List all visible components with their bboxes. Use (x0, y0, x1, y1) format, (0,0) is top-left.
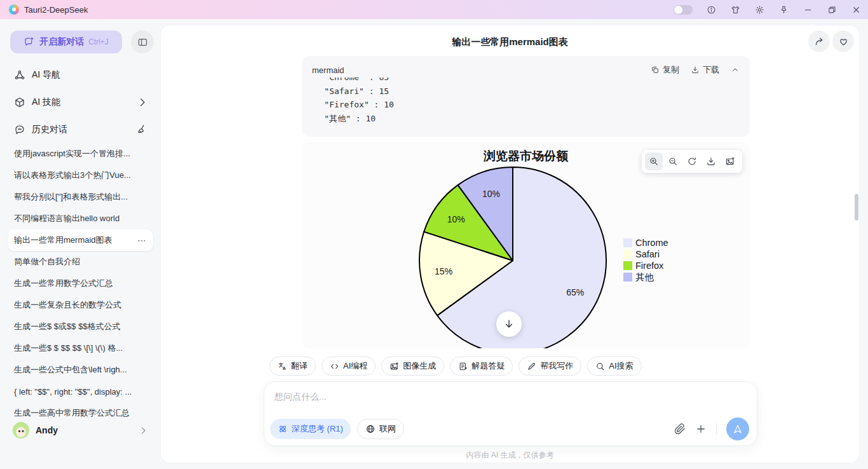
theme-toggle[interactable] (674, 5, 693, 15)
gear-button[interactable] (754, 4, 765, 15)
share-icon (814, 36, 825, 47)
favorite-button[interactable] (832, 31, 854, 52)
chip-search[interactable]: AI搜索 (587, 357, 641, 376)
titlebar: Tauri2-DeepSeek (0, 0, 868, 19)
copy-code-button[interactable]: 复制 (651, 64, 679, 76)
sidebar-item-历史对话[interactable]: 历史对话 (10, 116, 152, 143)
zoom-out-button[interactable] (664, 153, 682, 170)
attach-file-button[interactable] (674, 423, 686, 435)
chat-plus-icon (24, 36, 35, 48)
image-gen-icon (390, 362, 399, 371)
pin-icon (779, 5, 789, 15)
chevron-up-icon (731, 65, 740, 74)
reset-icon (687, 156, 697, 167)
scrollbar-thumb[interactable] (855, 194, 858, 221)
code-actions: 复制 下载 (651, 64, 740, 76)
collapse-sidebar-button[interactable] (131, 31, 154, 53)
history-item[interactable]: { left: "$$", right: "$$", display: ... (8, 381, 153, 402)
deep-think-toggle[interactable]: 深度思考 (R1) (270, 419, 351, 439)
chip-translate[interactable]: 文A翻译 (269, 357, 316, 376)
history-item[interactable]: 请以表格形式输出3个热门Vue... (8, 165, 153, 186)
chip-pen[interactable]: 帮我写作 (519, 357, 581, 376)
send-button[interactable] (726, 418, 749, 440)
gear-icon (755, 5, 764, 15)
chart-toolbar (642, 150, 742, 173)
chart-legend: ChromeSafariFirefox其他 (623, 237, 668, 283)
legend-swatch (623, 238, 632, 247)
pie-slice-label: 10% (447, 214, 465, 224)
chevron-right-icon[interactable] (137, 97, 148, 108)
history-item[interactable]: 生成一些复杂且长的数学公式 (8, 294, 153, 316)
sidebar-item-ai-技能[interactable]: AI 技能 (10, 88, 152, 116)
download-icon (706, 156, 716, 167)
collapse-code-button[interactable] (731, 65, 740, 74)
globe-icon (365, 424, 376, 434)
minimize-button[interactable] (802, 4, 813, 15)
arrow-down-icon (503, 318, 515, 330)
mermaid-code-block: mermaid 复制 下载 "Chrome" : 65 "Safari" : 1… (302, 56, 750, 137)
legend-swatch (623, 250, 632, 259)
history-item-selected[interactable]: 输出一些常用mermaid图表⋯ (8, 229, 153, 251)
history-item[interactable]: 生成一些$ $或$$ $$格式公式 (8, 316, 153, 337)
chip-doc[interactable]: 解题答疑 (450, 357, 513, 376)
input-toolbar: 深度思考 (R1) 联网 (270, 418, 749, 440)
code-content[interactable]: "Chrome" : 65 "Safari" : 15 "Firefox" : … (302, 78, 750, 137)
user-row[interactable]: Andy (8, 418, 153, 443)
new-chat-label: 开启新对话 (39, 36, 84, 48)
download-code-button[interactable]: 下载 (691, 64, 719, 76)
close-button[interactable] (850, 4, 862, 15)
ai-disclaimer: 内容由 AI 生成，仅供参考 (161, 450, 859, 461)
legend-item-Firefox: Firefox (623, 260, 668, 271)
doc-icon (458, 362, 468, 371)
input-right-tools (674, 418, 749, 440)
pin-button[interactable] (778, 4, 789, 15)
search-icon (595, 362, 605, 371)
new-chat-shortcut: Ctrl+J (88, 37, 109, 46)
app-title: Tauri2-DeepSeek (24, 5, 88, 15)
cube-icon (14, 97, 25, 108)
add-button[interactable] (695, 423, 707, 435)
zoom-in-icon (649, 156, 659, 167)
broom-icon[interactable] (137, 124, 148, 135)
shirt-button[interactable] (729, 4, 741, 15)
history-icon (14, 124, 25, 135)
page-title: 输出一些常用mermaid图表 (161, 36, 859, 48)
legend-item-Safari: Safari (623, 248, 668, 260)
reset-button[interactable] (683, 153, 701, 170)
code-block-header: mermaid 复制 下载 (302, 56, 750, 78)
svg-text:A: A (283, 366, 286, 370)
zoom-in-button[interactable] (645, 153, 663, 170)
shirt-icon (731, 5, 740, 15)
history-item[interactable]: 不同编程语言输出hello world (8, 208, 153, 229)
history-item[interactable]: 帮我分别以['']和表格形式输出... (8, 186, 153, 208)
history-item-menu-button[interactable]: ⋯ (137, 235, 147, 245)
chip-code[interactable]: AI编程 (322, 357, 376, 376)
legend-item-Chrome: Chrome (623, 237, 668, 248)
sidebar-item-ai-导航[interactable]: AI 导航 (10, 61, 152, 88)
chat-input-box[interactable]: 想问点什么... 深度思考 (R1) 联网 (264, 381, 757, 446)
web-search-toggle[interactable]: 联网 (357, 419, 404, 439)
panel-icon (137, 37, 148, 48)
image-export-icon (725, 156, 735, 167)
plus-icon (695, 423, 707, 435)
restore-button[interactable] (826, 4, 837, 15)
history-item[interactable]: 生成一些常用数学公式汇总 (8, 273, 153, 294)
chip-image-gen[interactable]: 图像生成 (381, 357, 444, 376)
image-export-button[interactable] (721, 153, 739, 170)
history-item[interactable]: 生成一些$ $ $$ $$ \[\] \(\) 格... (8, 337, 153, 359)
info-button[interactable] (705, 4, 717, 15)
history-item[interactable]: 简单做个自我介绍 (8, 251, 153, 273)
new-chat-button[interactable]: 开启新对话 Ctrl+J (10, 31, 122, 53)
download-button[interactable] (702, 153, 720, 170)
titlebar-controls (674, 4, 862, 15)
translate-icon: 文A (278, 362, 287, 371)
share-button[interactable] (808, 31, 830, 52)
sidebar: 开启新对话 Ctrl+J AI 导航AI 技能历史对话 使用javascript… (0, 19, 161, 469)
history-item[interactable]: 使用javascript实现一个冒泡排... (8, 143, 153, 165)
theme-toggle-knob (674, 6, 682, 14)
scroll-to-bottom-button[interactable] (496, 311, 522, 337)
atom-icon (278, 424, 288, 434)
zoom-out-icon (668, 156, 678, 167)
app-logo-icon (9, 4, 19, 15)
history-item[interactable]: 生成一些公式中包含\left \righ... (8, 359, 153, 381)
